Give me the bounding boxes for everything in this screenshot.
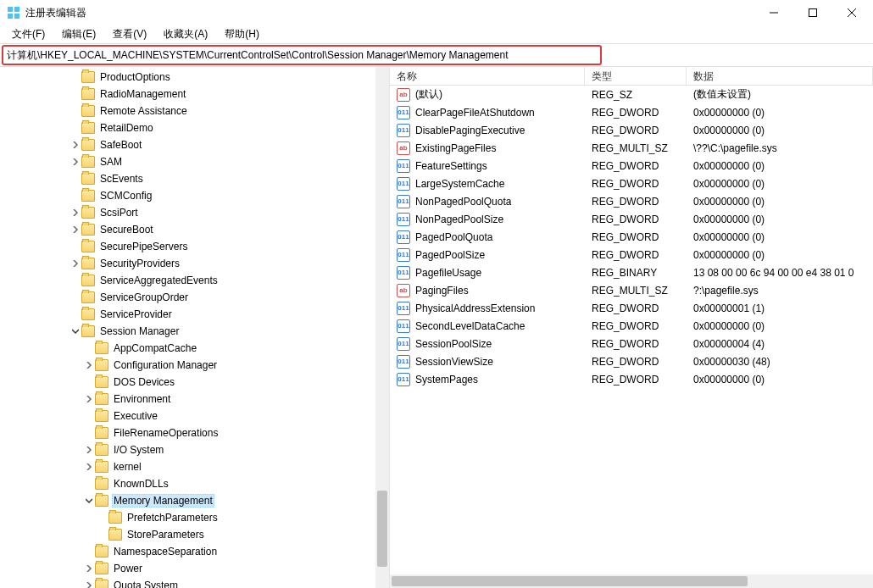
tree-item[interactable]: SecurePipeServers	[0, 238, 389, 255]
tree-item[interactable]: SCMConfig	[0, 187, 389, 204]
tree-item[interactable]: Session Manager	[0, 323, 389, 340]
tree-item[interactable]: RadioManagement	[0, 86, 389, 103]
chevron-right-icon[interactable]	[70, 224, 81, 236]
tree-item[interactable]: RetailDemo	[0, 119, 389, 136]
value-row[interactable]: 011DisablePagingExecutiveREG_DWORD0x0000…	[390, 121, 873, 139]
column-header-data[interactable]: 数据	[687, 67, 873, 85]
tree-item[interactable]: StoreParameters	[0, 526, 389, 543]
tree-item[interactable]: SecureBoot	[0, 221, 389, 238]
chevron-down-icon[interactable]	[83, 495, 95, 507]
menu-view[interactable]: 查看(V)	[106, 25, 153, 43]
chevron-right-icon[interactable]	[83, 580, 95, 588]
chevron-down-icon[interactable]	[70, 325, 81, 337]
tree-item[interactable]: Configuration Manager	[0, 357, 389, 374]
folder-icon	[95, 580, 108, 588]
value-name: PagefileUsage	[415, 267, 481, 279]
chevron-right-icon[interactable]	[83, 393, 95, 405]
maximize-button[interactable]	[793, 0, 832, 25]
binary-value-icon: 011	[397, 319, 410, 333]
tree-item[interactable]: ScEvents	[0, 170, 389, 187]
value-row[interactable]: 011SecondLevelDataCacheREG_DWORD0x000000…	[390, 317, 873, 335]
tree-item[interactable]: NamespaceSeparation	[0, 543, 389, 560]
value-name: DisablePagingExecutive	[415, 125, 525, 136]
folder-icon	[81, 275, 95, 286]
tree-item-label: ServiceGroupOrder	[98, 291, 190, 303]
tree-item-label: DOS Devices	[112, 376, 176, 388]
value-row[interactable]: 011SystemPagesREG_DWORD0x00000000 (0)	[390, 370, 873, 388]
minimize-button[interactable]	[754, 0, 793, 25]
tree-item[interactable]: KnownDLLs	[0, 475, 389, 492]
address-bar[interactable]: 计算机\HKEY_LOCAL_MACHINE\SYSTEM\CurrentCon…	[2, 45, 602, 65]
value-row[interactable]: 011PagedPoolQuotaREG_DWORD0x00000000 (0)	[390, 228, 873, 246]
value-row[interactable]: 011PagedPoolSizeREG_DWORD0x00000000 (0)	[390, 246, 873, 263]
value-row[interactable]: abPagingFilesREG_MULTI_SZ?:\pagefile.sys	[390, 281, 873, 299]
folder-icon	[81, 325, 95, 337]
tree-item[interactable]: Environment	[0, 391, 389, 408]
registry-tree[interactable]: ProductOptionsRadioManagementRemote Assi…	[0, 67, 389, 588]
svg-rect-0	[8, 7, 13, 12]
tree-item[interactable]: ServiceGroupOrder	[0, 289, 389, 306]
binary-value-icon: 011	[397, 124, 410, 137]
tree-item[interactable]: kernel	[0, 458, 389, 475]
value-row[interactable]: 011NonPagedPoolQuotaREG_DWORD0x00000000 …	[390, 192, 873, 210]
value-row[interactable]: abExistingPageFilesREG_MULTI_SZ\??\C:\pa…	[390, 139, 873, 157]
value-row[interactable]: 011ClearPageFileAtShutdownREG_DWORD0x000…	[390, 103, 873, 121]
tree-item[interactable]: Quota System	[0, 577, 389, 588]
tree-item[interactable]: FileRenameOperations	[0, 424, 389, 441]
tree-item[interactable]: ServiceProvider	[0, 306, 389, 323]
tree-item[interactable]: Remote Assistance	[0, 103, 389, 119]
tree-item[interactable]: DOS Devices	[0, 374, 389, 391]
value-data: 0x00000000 (0)	[687, 374, 873, 386]
tree-item[interactable]: ServiceAggregatedEvents	[0, 272, 389, 289]
tree-item[interactable]: Memory Management	[0, 492, 389, 509]
column-header-name[interactable]: 名称	[390, 67, 585, 85]
menu-help[interactable]: 帮助(H)	[218, 25, 266, 43]
chevron-right-icon[interactable]	[70, 156, 81, 168]
values-list[interactable]: ab(默认)REG_SZ(数值未设置)011ClearPageFileAtShu…	[390, 86, 873, 574]
value-row[interactable]: 011NonPagedPoolSizeREG_DWORD0x00000000 (…	[390, 210, 873, 228]
tree-item-label: Remote Assistance	[98, 105, 189, 117]
value-row[interactable]: ab(默认)REG_SZ(数值未设置)	[390, 86, 873, 103]
tree-item[interactable]: Power	[0, 560, 389, 577]
value-row[interactable]: 011LargeSystemCacheREG_DWORD0x00000000 (…	[390, 175, 873, 192]
tree-item[interactable]: PrefetchParameters	[0, 509, 389, 526]
value-row[interactable]: 011SessionPoolSizeREG_DWORD0x00000004 (4…	[390, 335, 873, 352]
tree-vertical-scrollbar[interactable]	[375, 67, 389, 588]
menu-favorites[interactable]: 收藏夹(A)	[157, 25, 214, 43]
tree-item[interactable]: SAM	[0, 153, 389, 170]
chevron-right-icon[interactable]	[70, 139, 81, 151]
tree-item[interactable]: I/O System	[0, 441, 389, 458]
scrollbar-thumb[interactable]	[392, 576, 748, 586]
scrollbar-thumb[interactable]	[377, 491, 387, 567]
menu-edit[interactable]: 编辑(E)	[55, 25, 103, 43]
value-row[interactable]: 011PagefileUsageREG_BINARY13 08 00 00 6c…	[390, 263, 873, 281]
tree-item[interactable]: SecurityProviders	[0, 255, 389, 272]
value-name: FeatureSettings	[415, 160, 487, 172]
chevron-right-icon[interactable]	[83, 563, 95, 574]
chevron-right-icon[interactable]	[83, 359, 95, 371]
chevron-right-icon[interactable]	[70, 258, 81, 269]
column-header-type[interactable]: 类型	[585, 67, 687, 85]
value-data: ?:\pagefile.sys	[687, 285, 873, 297]
chevron-right-icon[interactable]	[83, 444, 95, 456]
tree-item-label: kernel	[112, 461, 143, 473]
tree-item[interactable]: Executive	[0, 408, 389, 424]
close-button[interactable]	[832, 0, 871, 25]
tree-item[interactable]: ProductOptions	[0, 69, 389, 86]
list-header: 名称 类型 数据	[390, 67, 873, 86]
value-row[interactable]: 011FeatureSettingsREG_DWORD0x00000000 (0…	[390, 157, 873, 175]
value-row[interactable]: 011SessionViewSizeREG_DWORD0x00000030 (4…	[390, 352, 873, 370]
chevron-right-icon[interactable]	[70, 207, 81, 219]
tree-item[interactable]: ScsiPort	[0, 204, 389, 221]
tree-item[interactable]: AppCompatCache	[0, 340, 389, 357]
value-name: SessionViewSize	[415, 356, 493, 368]
chevron-right-icon[interactable]	[83, 461, 95, 473]
list-horizontal-scrollbar[interactable]	[390, 574, 873, 588]
value-type: REG_SZ	[585, 89, 687, 101]
tree-item-label: Power	[112, 563, 144, 574]
value-name: PagedPoolSize	[415, 249, 485, 261]
tree-item[interactable]: SafeBoot	[0, 136, 389, 153]
menu-file[interactable]: 文件(F)	[5, 25, 52, 43]
menubar: 文件(F) 编辑(E) 查看(V) 收藏夹(A) 帮助(H)	[0, 25, 873, 44]
value-row[interactable]: 011PhysicalAddressExtensionREG_DWORD0x00…	[390, 299, 873, 317]
